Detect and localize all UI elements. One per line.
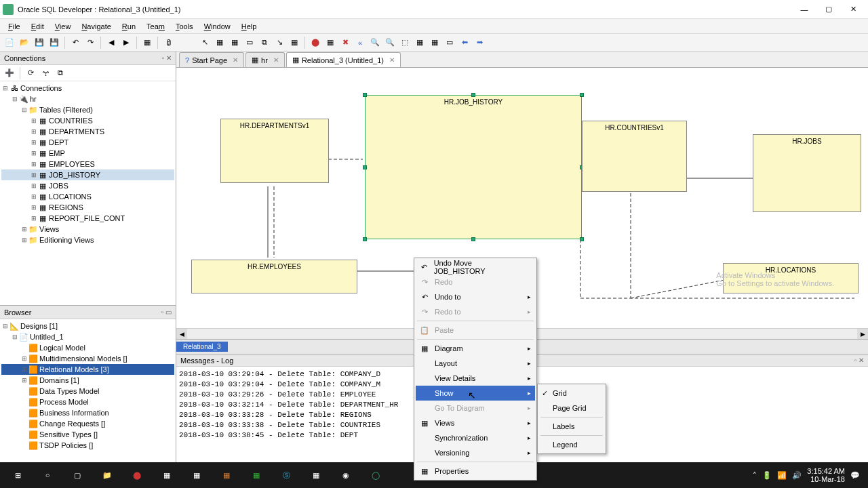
menu-run[interactable]: Run xyxy=(117,21,141,32)
entity-locations[interactable]: HR.LOCATIONS xyxy=(723,263,859,293)
tree-regions[interactable]: ⊞▦REGIONS xyxy=(1,202,174,213)
save-icon[interactable]: 💾 xyxy=(33,36,46,49)
sqldev-icon[interactable]: ▦ xyxy=(241,462,271,488)
panel-close-icon[interactable]: ▫ ✕ xyxy=(162,54,172,62)
tree-employees[interactable]: ⊞▦EMPLOYEES xyxy=(1,159,174,169)
entity-job-history[interactable]: HR.JOB_HISTORY xyxy=(365,95,582,239)
app-icon[interactable]: ▦ xyxy=(152,462,182,488)
minimize-button[interactable]: — xyxy=(797,3,811,16)
link-icon[interactable]: ⧉ xyxy=(258,36,271,49)
filter-icon[interactable]: 🝖 xyxy=(39,66,52,80)
ctx-views[interactable]: ▦Views▸ xyxy=(416,415,535,430)
view-icon[interactable]: ▦ xyxy=(228,36,241,49)
browser-designs[interactable]: ⊟📐Designs [1] xyxy=(1,321,174,331)
context-submenu-show[interactable]: ✓Grid Page Grid Labels Legend xyxy=(537,384,606,454)
app-icon[interactable]: ◯ xyxy=(361,462,391,488)
tray-notifications-icon[interactable]: 💬 xyxy=(850,471,860,480)
new-icon[interactable]: 📄 xyxy=(3,36,16,49)
ctx-undo-move[interactable]: ↶Undo Move JOB_HISTORY xyxy=(416,260,535,274)
browser-tsdp[interactable]: 🟧TSDP Policies [] xyxy=(1,440,174,451)
browser-untitled[interactable]: ⊟📄Untitled_1 xyxy=(1,331,174,342)
tab-close-icon[interactable]: ✕ xyxy=(273,56,279,64)
connections-tree[interactable]: ⊟🖧Connections ⊟🔌hr ⊟📁Tables (Filtered) ⊞… xyxy=(0,81,176,305)
tree-report[interactable]: ⊞▦REPORT_FILE_CONT xyxy=(1,213,174,224)
tree-locations[interactable]: ⊞▦LOCATIONS xyxy=(1,191,174,202)
menu-view[interactable]: View xyxy=(50,21,77,32)
tree-dept[interactable]: ⊞▦DEPT xyxy=(1,137,174,148)
maximize-button[interactable]: ▢ xyxy=(822,3,835,16)
ctx-undo-to[interactable]: ↶Undo to▸ xyxy=(416,289,535,304)
ctx-sync[interactable]: Synchronization▸ xyxy=(416,430,535,445)
zoom-out-icon[interactable]: 🔍 xyxy=(383,36,397,49)
cortana-icon[interactable]: ○ xyxy=(33,462,62,488)
tree-hr[interactable]: ⊟🔌hr xyxy=(1,94,174,104)
stop-icon[interactable]: ▦ xyxy=(323,36,337,49)
open-icon[interactable]: 📂 xyxy=(18,36,31,49)
app-icon[interactable]: ▦ xyxy=(182,462,212,488)
grid-icon[interactable]: ▦ xyxy=(288,36,301,49)
menu-edit[interactable]: Edit xyxy=(26,21,50,32)
browser-change[interactable]: 🟧Change Requests [] xyxy=(1,418,174,429)
entity-departments[interactable]: HR.DEPARTMENTSv1 xyxy=(220,119,329,183)
browser-sensitive[interactable]: 🟧Sensitive Types [] xyxy=(1,429,174,440)
app-icon[interactable]: ▦ xyxy=(301,462,331,488)
browser-domains[interactable]: ⊞🟧Domains [1] xyxy=(1,375,174,386)
tree-tables[interactable]: ⊟📁Tables (Filtered) xyxy=(1,104,174,115)
tree-departments[interactable]: ⊞▦DEPARTMENTS xyxy=(1,126,174,137)
tab-start-page[interactable]: ?Start Page✕ xyxy=(179,52,244,67)
skype-icon[interactable]: Ⓢ xyxy=(271,462,301,488)
taskview-icon[interactable]: ▢ xyxy=(62,462,92,488)
refresh-icon[interactable]: ⟳ xyxy=(24,66,37,80)
tray-volume-icon[interactable]: 🔊 xyxy=(792,471,802,480)
tab-close-icon[interactable]: ✕ xyxy=(389,56,395,64)
browser-close-icon[interactable]: ▫ ▭ xyxy=(161,308,172,316)
messages-close-icon[interactable]: ▫ ✕ xyxy=(854,357,864,364)
start-button[interactable]: ⊞ xyxy=(3,462,33,488)
browser-datatypes[interactable]: 🟧Data Types Model xyxy=(1,386,174,396)
layout-icon[interactable]: ▦ xyxy=(413,36,427,49)
ctx-view-details[interactable]: View Details▸ xyxy=(416,371,535,386)
browser-tree[interactable]: ⊟📐Designs [1] ⊟📄Untitled_1 🟧Logical Mode… xyxy=(0,319,176,462)
browser-process[interactable]: 🟧Process Model xyxy=(1,396,174,407)
pointer-icon[interactable]: ↖ xyxy=(198,36,212,49)
note-icon[interactable]: ▭ xyxy=(243,36,256,49)
sub-labels[interactable]: Labels xyxy=(539,419,604,434)
delete-icon[interactable]: ✖ xyxy=(338,36,352,49)
tray-wifi-icon[interactable]: 📶 xyxy=(777,471,787,480)
entity-jobs[interactable]: HR.JOBS xyxy=(753,134,861,212)
inner-tab-relational[interactable]: Relational_3 xyxy=(176,342,228,352)
add-connection-icon[interactable]: ➕ xyxy=(3,66,16,80)
run-icon[interactable]: ⬤ xyxy=(309,36,322,49)
menu-window[interactable]: Window xyxy=(199,21,236,32)
preview-icon[interactable]: ▭ xyxy=(443,36,456,49)
sql-icon[interactable]: ▦ xyxy=(140,36,154,49)
menu-team[interactable]: Team xyxy=(141,21,170,32)
sub-page-grid[interactable]: Page Grid xyxy=(539,401,604,415)
fit-icon[interactable]: ⬚ xyxy=(398,36,412,49)
ctx-layout[interactable]: Layout▸ xyxy=(416,356,535,371)
menu-help[interactable]: Help xyxy=(236,21,262,32)
system-tray[interactable]: ˄ 🔋 📶 🔊 3:15:42 AM 10-Mar-18 💬 xyxy=(753,467,865,483)
ctx-diagram[interactable]: ▦Diagram▸ xyxy=(416,341,535,356)
tree-emp[interactable]: ⊞▦EMP xyxy=(1,148,174,159)
tree-views[interactable]: ⊞📁Views xyxy=(1,224,174,235)
context-menu[interactable]: ↶Undo Move JOB_HISTORY ↷Redo ↶Undo to▸ ↷… xyxy=(414,258,537,481)
redo-icon[interactable]: ↷ xyxy=(83,36,97,49)
word-icon[interactable]: ▦ xyxy=(212,462,241,488)
tree-countries[interactable]: ⊞▦COUNTRIES xyxy=(1,115,174,126)
ctx-versioning[interactable]: Versioning▸ xyxy=(416,445,535,460)
zoom-in-icon[interactable]: 🔍 xyxy=(368,36,382,49)
db-icon[interactable]: 🛢 xyxy=(161,36,175,49)
expand-icon[interactable]: ⧉ xyxy=(54,66,67,80)
entity-employees[interactable]: HR.EMPLOYEES xyxy=(191,260,357,293)
tray-battery-icon[interactable]: 🔋 xyxy=(762,471,772,480)
back-icon[interactable]: ◀ xyxy=(104,36,118,49)
rewind-icon[interactable]: « xyxy=(353,36,367,49)
save-all-icon[interactable]: 💾 xyxy=(47,36,61,49)
tab-close-icon[interactable]: ✕ xyxy=(233,56,238,64)
browser-relational[interactable]: ⊞🟧Relational Models [3] xyxy=(1,364,174,375)
ctx-properties[interactable]: ▦Properties xyxy=(416,464,535,479)
browser-business[interactable]: 🟧Business Information xyxy=(1,407,174,418)
tree-editioning[interactable]: ⊞📁Editioning Views xyxy=(1,235,174,245)
close-button[interactable]: ✕ xyxy=(846,3,860,16)
